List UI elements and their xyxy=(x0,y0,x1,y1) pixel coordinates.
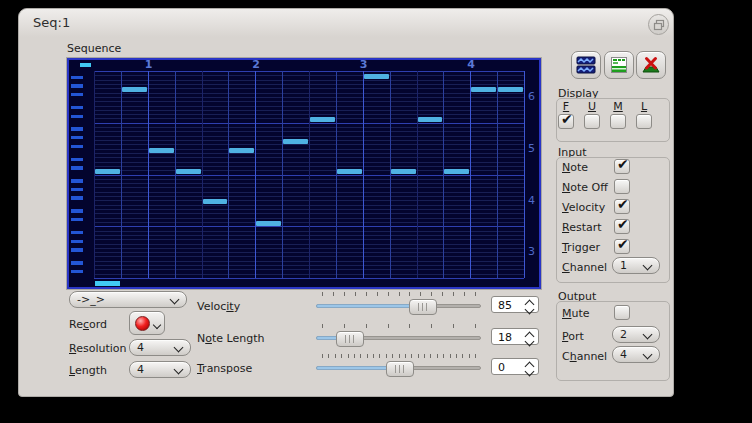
slider-tick xyxy=(335,354,336,358)
input-checkbox-trigger[interactable] xyxy=(614,239,630,254)
slider-tick xyxy=(386,354,387,358)
slider-handle-velocity[interactable] xyxy=(409,299,437,315)
record-button[interactable] xyxy=(129,311,165,335)
beat-number: 1 xyxy=(145,60,153,71)
piano-roll-grid[interactable]: 12346543 xyxy=(69,60,539,287)
sequence-note[interactable] xyxy=(95,169,120,174)
slider-tick xyxy=(475,292,476,296)
keyboard-key-mark xyxy=(71,231,83,234)
slider-tick xyxy=(409,324,410,328)
length-combobox[interactable]: 4 xyxy=(129,361,191,378)
length-label: Length xyxy=(69,364,107,377)
keyboard-key-mark xyxy=(71,248,83,251)
slider-tick xyxy=(388,324,389,328)
sequence-note[interactable] xyxy=(471,87,496,92)
mute-label: Mute xyxy=(562,307,590,320)
record-label: Record xyxy=(69,318,107,331)
port-value: 2 xyxy=(620,328,627,341)
display-option-checkbox-F[interactable] xyxy=(558,114,574,129)
sequence-note[interactable] xyxy=(256,221,281,226)
keyboard-key-mark xyxy=(71,84,83,87)
slider-tick xyxy=(344,292,345,296)
slider-tick xyxy=(388,292,389,296)
spinner-down-icon[interactable] xyxy=(525,305,535,315)
loop-marker[interactable] xyxy=(80,63,91,67)
input-checkbox-note-off[interactable] xyxy=(614,179,630,194)
sequence-note[interactable] xyxy=(283,139,308,144)
rename-button[interactable] xyxy=(604,51,634,79)
chevron-down-icon xyxy=(174,365,184,375)
restore-icon xyxy=(653,19,665,31)
input-checkbox-velocity[interactable] xyxy=(614,199,630,214)
mute-checkbox[interactable] xyxy=(614,305,630,320)
slider-tick xyxy=(328,354,329,358)
input-channel-combobox[interactable]: 1 xyxy=(612,257,660,274)
playback-cursor xyxy=(95,281,120,286)
slider-tick xyxy=(475,354,476,358)
delete-button[interactable] xyxy=(636,51,666,79)
restore-button[interactable] xyxy=(648,14,669,35)
window-title: Seq:1 xyxy=(33,15,70,30)
port-label: Port xyxy=(562,330,584,343)
chevron-down-icon xyxy=(643,261,653,271)
keyboard-key-mark xyxy=(71,106,83,109)
slider-handle-transpose[interactable] xyxy=(386,361,414,377)
slider-tick xyxy=(367,354,368,358)
sequence-note[interactable] xyxy=(364,74,389,79)
slider-tick xyxy=(344,324,345,328)
resolution-combobox[interactable]: 4 xyxy=(129,339,191,356)
slider-tick xyxy=(431,324,432,328)
slider-tick xyxy=(377,292,378,296)
slider-tick xyxy=(475,324,476,328)
display-option-label-L: L xyxy=(641,100,647,113)
titlebar[interactable]: Seq:1 xyxy=(19,9,673,37)
octave-label: 5 xyxy=(528,142,535,155)
port-combobox[interactable]: 2 xyxy=(612,326,660,343)
input-checkbox-label: Trigger xyxy=(562,241,600,254)
output-channel-combobox[interactable]: 4 xyxy=(612,346,660,363)
clone-button[interactable] xyxy=(571,51,601,79)
keyboard-key-mark xyxy=(71,136,83,139)
input-checkbox-restart[interactable] xyxy=(614,219,630,234)
slider-tick xyxy=(322,292,323,296)
keyboard-key-mark xyxy=(71,115,83,118)
piano-roll-display[interactable]: 12346543 xyxy=(67,58,541,289)
keyboard-key-mark xyxy=(71,240,83,243)
slider-handle-note-length[interactable] xyxy=(336,331,364,347)
sequence-note[interactable] xyxy=(310,117,335,122)
sequence-note[interactable] xyxy=(176,169,201,174)
slider-tick xyxy=(392,354,393,358)
input-checkbox-note[interactable] xyxy=(614,159,630,174)
display-option-checkbox-L[interactable] xyxy=(636,114,652,129)
sequence-note[interactable] xyxy=(391,169,416,174)
slider-tick xyxy=(456,354,457,358)
sequence-note[interactable] xyxy=(444,169,469,174)
chevron-down-icon xyxy=(643,330,653,340)
display-option-checkbox-U[interactable] xyxy=(584,114,600,129)
spinbox-note-length[interactable]: 18 xyxy=(491,328,539,345)
keyboard-key-mark xyxy=(71,196,83,199)
sequence-note[interactable] xyxy=(418,117,443,122)
octave-label: 6 xyxy=(528,90,535,103)
spinbox-velocity[interactable]: 85 xyxy=(491,296,539,313)
slider-tick xyxy=(341,354,342,358)
sequence-note[interactable] xyxy=(122,87,147,92)
direction-value: ->_> xyxy=(77,293,105,306)
octave-line xyxy=(94,278,524,279)
sequence-note[interactable] xyxy=(498,87,523,92)
slider-label-note-length: Note Length xyxy=(197,332,265,345)
spinner-down-icon[interactable] xyxy=(525,337,535,347)
sequence-note[interactable] xyxy=(337,169,362,174)
sequence-note[interactable] xyxy=(149,148,174,153)
slider-tick xyxy=(450,354,451,358)
spinbox-transpose[interactable]: 0 xyxy=(491,358,539,375)
input-checkbox-label: Restart xyxy=(562,221,602,234)
direction-combobox[interactable]: ->_> xyxy=(69,291,187,308)
display-option-checkbox-M[interactable] xyxy=(610,114,626,129)
chevron-down-icon xyxy=(174,343,184,353)
sequence-note[interactable] xyxy=(229,148,254,153)
keyboard-key-mark xyxy=(71,188,83,191)
wave-icon xyxy=(576,56,596,74)
sequence-note[interactable] xyxy=(203,199,228,204)
spinner-down-icon[interactable] xyxy=(525,367,535,377)
